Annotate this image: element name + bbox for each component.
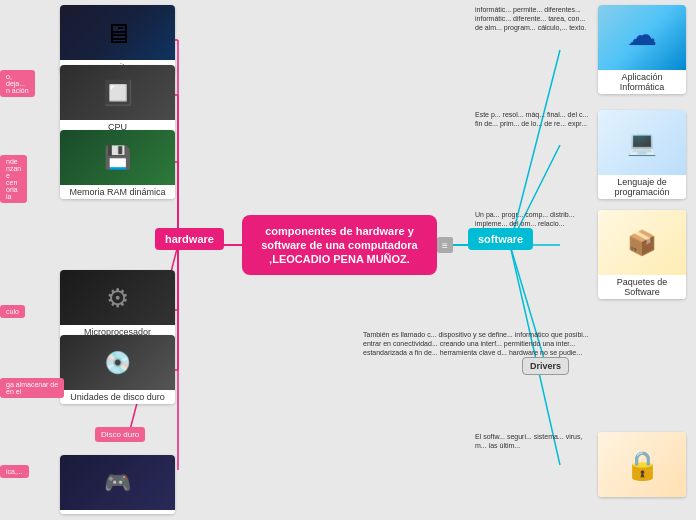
right-card-lenguaje: Lenguaje de programación: [598, 110, 686, 199]
left-card-gpu: [60, 455, 175, 514]
drivers-label: Drivers: [530, 361, 561, 371]
right-text-1: informátic... permite... diferentes... i…: [475, 5, 593, 32]
drivers-node: Drivers: [522, 357, 569, 375]
discos-label: Unidades de disco duro: [60, 390, 175, 404]
center-node: componentes de hardware y software de un…: [242, 215, 437, 275]
prog-image: [598, 110, 686, 175]
software-label: software: [478, 233, 523, 245]
left-card-micro: Microprocesador: [60, 270, 175, 339]
disco-duro-label: Disco duro: [95, 427, 145, 442]
pkg-image: [598, 210, 686, 275]
paquetes-label: Paquetes de Software: [598, 275, 686, 299]
left-card-cpu: CPU: [60, 65, 175, 134]
cpu-image: [60, 65, 175, 120]
connect-icon: [437, 237, 453, 253]
aplicacion-label: Aplicación Informática: [598, 70, 686, 94]
hardware-label: hardware: [165, 233, 214, 245]
right-card-security: [598, 432, 686, 497]
right-text-4: También es llamado c... dispositivo y se…: [363, 330, 593, 357]
mindmap-container: componentes de hardware y software de un…: [0, 0, 696, 520]
left-pink-1: o,deja...n ación: [0, 70, 35, 97]
lock-image: [598, 432, 686, 497]
left-card-monitor: monitor: [60, 5, 175, 74]
monitor-image: [60, 5, 175, 60]
gpu-image: [60, 455, 175, 510]
left-pink-5: ica,...: [0, 465, 29, 478]
center-text: componentes de hardware y software de un…: [250, 224, 429, 267]
micro-image: [60, 270, 175, 325]
right-card-aplicacion: Aplicación Informática: [598, 5, 686, 94]
lenguaje-label: Lenguaje de programación: [598, 175, 686, 199]
software-node: software: [468, 228, 533, 250]
ram-label: Memoria RAM dinámica: [60, 185, 175, 199]
left-card-discos: Unidades de disco duro: [60, 335, 175, 404]
left-card-ram: Memoria RAM dinámica: [60, 130, 175, 199]
gpu-label: [60, 510, 175, 514]
discos-image: [60, 335, 175, 390]
left-pink-4: ga almacenar deen el: [0, 378, 64, 398]
cloud-image: [598, 5, 686, 70]
left-pink-2: ndenzanecenoriala: [0, 155, 27, 203]
ram-image: [60, 130, 175, 185]
hardware-node: hardware: [155, 228, 224, 250]
right-text-5: El softw... seguri... sistema... virus, …: [475, 432, 593, 450]
left-pink-3: culo: [0, 305, 25, 318]
right-text-2: Este p... resol... máq... final... del c…: [475, 110, 593, 128]
right-card-paquetes: Paquetes de Software: [598, 210, 686, 299]
